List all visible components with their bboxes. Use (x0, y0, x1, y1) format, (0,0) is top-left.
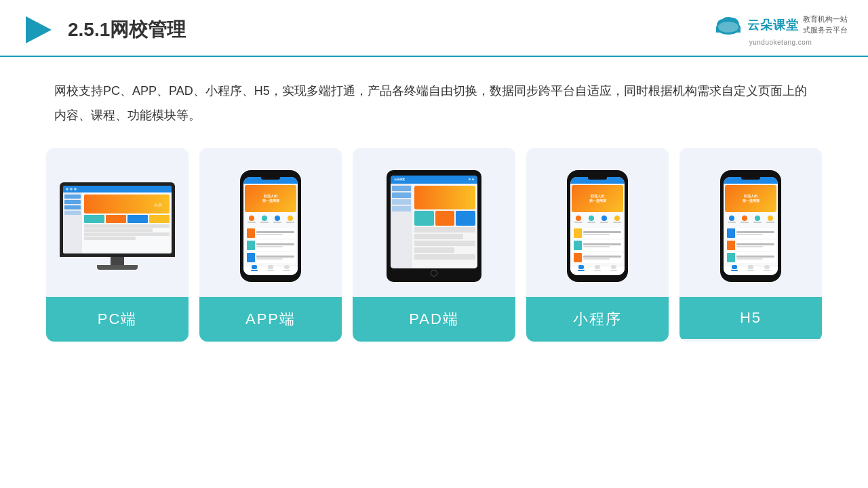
mini-nav-home (576, 265, 587, 275)
nav-me-label (283, 270, 290, 271)
h5-content-2 (736, 243, 774, 247)
screen-dot-1 (66, 188, 68, 190)
brand-logo: 云朵课堂 教育机构一站 式服务云平台 (713, 14, 848, 36)
tablet-sidebar-3 (392, 199, 411, 205)
screen-rows (84, 224, 170, 240)
phone-banner-h5: 职适人的第一堂网课 (725, 185, 776, 212)
monitor-screen: 云朵 (63, 186, 172, 253)
grid-label-1 (248, 222, 256, 223)
sidebar-item-3 (64, 205, 81, 209)
mini-grid-label-1 (574, 222, 583, 223)
tablet-row-1 (414, 227, 475, 232)
header-right: 云朵课堂 教育机构一站 式服务云平台 yunduoketang.com (713, 14, 848, 46)
phone-content-h5: 职适人的第一堂网课 (724, 184, 778, 266)
h5-grid-icon-4 (768, 216, 773, 221)
card-pad-image: 云朵课堂 (353, 148, 515, 297)
phone-banner-app: 职适人的第一堂网课 (245, 185, 296, 212)
card-pad-label: PAD端 (353, 297, 515, 342)
mini-sub-1 (583, 234, 610, 235)
nav-home-label (251, 270, 258, 271)
screen-banner: 云朵 (84, 195, 170, 214)
list-thumb-1 (247, 228, 255, 238)
tablet-mockup-pad: 云朵课堂 (387, 170, 481, 282)
mini-title-3 (583, 256, 621, 258)
h5-thumb-2 (727, 241, 735, 250)
tablet-top-dots (469, 178, 474, 180)
tablet-main (412, 184, 477, 269)
screen-main: 云朵 (82, 192, 172, 253)
h5-title-3 (736, 256, 774, 258)
card-pc-image: 云朵 (46, 148, 189, 297)
phone-content-mini: 职适人的第一堂网课 (570, 184, 625, 266)
card-h5-image: 职适人的第一堂网课 (679, 148, 822, 297)
list-sub-3 (256, 258, 283, 260)
mini-grid-item-3 (598, 214, 610, 225)
list-thumb-2 (247, 241, 255, 250)
phone-notch-mini (588, 176, 607, 180)
row-line-1 (84, 224, 170, 228)
nav-me-icon (284, 265, 290, 269)
nav-me (281, 265, 292, 275)
grid-icon-2 (262, 216, 267, 221)
sidebar-item-1 (64, 195, 81, 199)
h5-nav-home (729, 265, 740, 275)
h5-grid-item-4 (764, 214, 776, 225)
h5-nav-home-icon (732, 265, 737, 269)
nav-home (249, 265, 260, 275)
h5-content-1 (736, 231, 774, 235)
card-pad: 云朵课堂 (353, 148, 515, 342)
card-h5-label: H5 (679, 297, 822, 339)
h5-nav-me (762, 265, 772, 275)
h5-grid-item-1 (726, 214, 737, 225)
phone-bottom-nav-mini (570, 266, 625, 275)
h5-title-2 (736, 243, 774, 245)
h5-grid-label-2 (741, 222, 749, 223)
phone-screen-mini: 职适人的第一堂网课 (570, 177, 625, 275)
h5-title-1 (736, 231, 774, 233)
tablet-row-2 (414, 234, 463, 239)
phone-grid-mini (572, 214, 623, 226)
cards-container: 云朵 (0, 141, 868, 342)
card-app-image: 职适人的第一堂网课 (199, 148, 342, 297)
monitor-base (97, 265, 138, 270)
list-content-2 (256, 243, 294, 247)
grid-item-1 (245, 214, 257, 225)
mini-list-2 (572, 240, 623, 251)
phone-screen-app: 职适人的第一堂网课 (243, 177, 298, 275)
grid-label-4 (286, 222, 294, 223)
h5-nav-home-label (731, 270, 738, 271)
mini-grid-item-1 (572, 214, 584, 225)
tablet-top: 云朵课堂 (391, 176, 477, 184)
tablet-sidebar-2 (392, 192, 411, 198)
logo-icon (20, 12, 56, 47)
brand-url: yunduoketang.com (749, 39, 812, 46)
screen-dot-2 (70, 188, 73, 190)
mini-grid-label-4 (613, 222, 621, 223)
list-sub-1 (256, 234, 283, 235)
row-line-2 (84, 228, 153, 232)
tablet-row-5 (414, 254, 475, 260)
h5-sub-2 (736, 246, 763, 247)
brand-tagline: 教育机构一站 式服务云平台 (803, 14, 848, 35)
nav-courses-label (267, 270, 274, 271)
mini-thumb-3 (574, 253, 582, 262)
screen-sidebar (63, 192, 82, 253)
grid-item-2 (258, 214, 270, 225)
grid-icon-4 (288, 216, 293, 221)
h5-sub-3 (736, 258, 763, 260)
brand-tagline-line2: 式服务云平台 (803, 25, 848, 35)
mini-list-1 (572, 228, 623, 239)
mini-title-1 (583, 231, 621, 233)
description-text: 网校支持PC、APP、PAD、小程序、H5，实现多端打通，产品各终端自由切换，数… (0, 57, 868, 141)
list-item-3 (245, 252, 296, 263)
phone-grid-app (245, 214, 296, 226)
mini-card-2 (106, 215, 126, 223)
mini-card-4 (149, 215, 170, 223)
brand-tagline-line1: 教育机构一站 (803, 14, 848, 24)
tablet-dot-2 (472, 178, 474, 180)
phone-screen-h5: 职适人的第一堂网课 (724, 177, 778, 275)
tablet-screen: 云朵课堂 (391, 176, 477, 269)
h5-nav-courses-icon (748, 265, 753, 269)
mini-grid-icon-3 (601, 216, 607, 221)
nav-courses (265, 265, 276, 275)
